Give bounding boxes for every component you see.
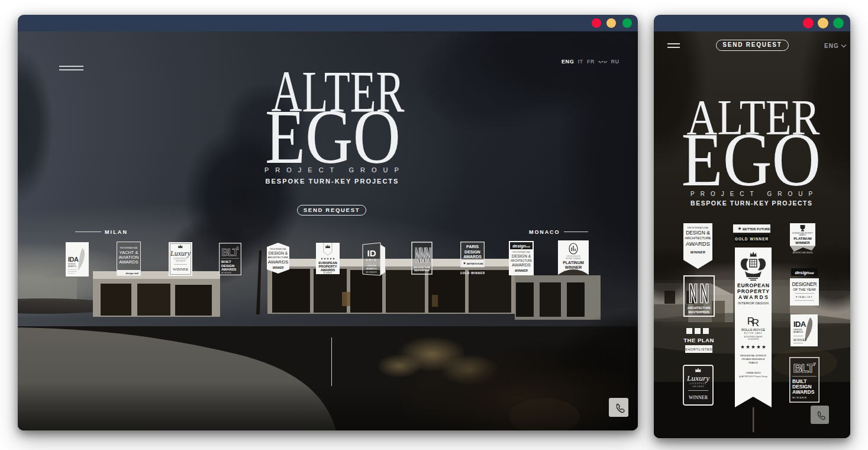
svg-text:BUILT: BUILT xyxy=(221,260,231,263)
svg-text:WINNER: WINNER xyxy=(793,339,807,342)
svg-text:THE INTERNATIONAL: THE INTERNATIONAL xyxy=(120,247,138,249)
svg-text:OISEAU BLEU: OISEAU BLEU xyxy=(746,372,761,374)
svg-text:MASTERPRIZE: MASTERPRIZE xyxy=(414,269,430,272)
svg-text:ROLLS-ROYCE: ROLLS-ROYCE xyxy=(741,328,765,332)
svg-text:ARCHITECTURE: ARCHITECTURE xyxy=(511,259,532,262)
svg-text:AWARDS: AWARDS xyxy=(686,240,710,247)
svg-text:SHORTLISTED: SHORTLISTED xyxy=(685,348,712,351)
svg-text:AWARDS: AWARDS xyxy=(68,265,76,268)
svg-text:PLATINUM: PLATINUM xyxy=(793,237,812,240)
svg-text:SBID: SBID xyxy=(366,258,377,262)
svg-text:FRANCE: FRANCE xyxy=(748,362,758,364)
svg-text:AWARDS: AWARDS xyxy=(512,262,531,268)
svg-text:EUROPEAN: EUROPEAN xyxy=(737,282,769,288)
svg-text:DESIGN: DESIGN xyxy=(464,250,480,254)
svg-text:BETTER FUTURE: BETTER FUTURE xyxy=(467,263,483,265)
svg-text:Luxury: Luxury xyxy=(170,249,191,258)
svg-text:PROPERTY AWARDS: PROPERTY AWARDS xyxy=(566,258,581,260)
svg-text:AWARDS: AWARDS xyxy=(175,260,185,262)
svg-text:INTERIOR DESIGN: INTERIOR DESIGN xyxy=(738,301,769,305)
svg-text:ARCHITECTURE: ARCHITECTURE xyxy=(685,236,711,240)
svg-text:EGO: EGO xyxy=(682,117,821,202)
svg-text:GOLD WINNER: GOLD WINNER xyxy=(460,271,485,275)
svg-text:THE INTERNATIONAL: THE INTERNATIONAL xyxy=(512,251,531,253)
svg-text:WINNER: WINNER xyxy=(795,241,810,245)
svg-text:ID: ID xyxy=(367,248,376,258)
svg-text:WINNER: WINNER xyxy=(690,250,706,254)
svg-text:BLT: BLT xyxy=(793,361,815,375)
svg-text:design etal: design etal xyxy=(125,272,139,275)
svg-text:AWARDS: AWARDS xyxy=(792,389,815,395)
svg-text:WINNER: WINNER xyxy=(173,267,189,271)
svg-text:ARCHITECTURE DESIGN: ARCHITECTURE DESIGN xyxy=(793,252,812,254)
svg-text:DESIGN &: DESIGN & xyxy=(512,254,531,258)
svg-text:IDA: IDA xyxy=(68,256,79,263)
svg-text:designetal: designetal xyxy=(512,244,530,249)
svg-text:THE INTERNATIONAL: THE INTERNATIONAL xyxy=(270,248,287,250)
svg-text:MOTOR CARS: MOTOR CARS xyxy=(744,332,762,335)
svg-text:ARCHITECTURE: ARCHITECTURE xyxy=(688,306,711,310)
svg-text:DESIGNER: DESIGNER xyxy=(792,281,817,287)
svg-text:WINNER: WINNER xyxy=(366,271,377,274)
svg-text:AWARDS: AWARDS xyxy=(366,267,377,270)
svg-text:PRIVATE RESIDENCE: PRIVATE RESIDENCE xyxy=(742,358,765,361)
svg-text:AWARDS: AWARDS xyxy=(221,268,237,271)
svg-text:DESIGN: DESIGN xyxy=(793,329,802,331)
svg-text:AWARDS: AWARDS xyxy=(463,255,482,259)
svg-text:WINNER: WINNER xyxy=(324,272,333,274)
svg-text:Luxury: Luxury xyxy=(686,374,709,382)
svg-text:DESIGN &: DESIGN & xyxy=(269,251,288,255)
svg-text:R: R xyxy=(752,317,759,329)
svg-text:PARIS: PARIS xyxy=(466,245,479,249)
svg-text:WINNER: WINNER xyxy=(221,272,232,274)
svg-text:FINALIST: FINALIST xyxy=(796,295,813,298)
svg-text:WINNER: WINNER xyxy=(273,266,284,269)
svg-text:OF THE YEAR: OF THE YEAR xyxy=(793,288,815,291)
svg-text:WINNER: WINNER xyxy=(565,265,582,269)
svg-text:UNITED KINGDOM: UNITED KINGDOM xyxy=(567,255,580,258)
svg-text:DESIGN: DESIGN xyxy=(221,264,234,268)
svg-text:by ALTER EGO Project Group: by ALTER EGO Project Group xyxy=(739,375,767,378)
svg-text:LIFESTYLE: LIFESTYLE xyxy=(690,382,707,385)
svg-text:WINNER: WINNER xyxy=(515,269,528,272)
svg-text:THE PLAN: THE PLAN xyxy=(683,337,714,343)
svg-text:PLATINUM: PLATINUM xyxy=(563,261,584,265)
svg-text:THE INTERNATIONAL: THE INTERNATIONAL xyxy=(687,227,709,229)
svg-text:PROPERTY: PROPERTY xyxy=(737,288,769,294)
svg-text:GOLD WINNER: GOLD WINNER xyxy=(735,237,769,241)
svg-text:AWARDS: AWARDS xyxy=(793,331,804,333)
svg-text:RESIDENTIAL INTERIOR: RESIDENTIAL INTERIOR xyxy=(740,355,766,357)
svg-text:AWARDS: AWARDS xyxy=(268,259,289,265)
svg-text:24: 24 xyxy=(814,362,817,365)
svg-text:ARCHITECTURE: ARCHITECTURE xyxy=(414,266,431,269)
svg-text:AWARDS: AWARDS xyxy=(119,259,138,265)
svg-text:MASTERPRIZE: MASTERPRIZE xyxy=(689,310,711,314)
svg-text:ARCHITECTURE: ARCHITECTURE xyxy=(268,256,288,259)
svg-text:AWARDS: AWARDS xyxy=(799,234,806,236)
svg-text:DESIGN &: DESIGN & xyxy=(686,230,710,236)
svg-text:VILLA D'ESTE: VILLA D'ESTE xyxy=(748,338,759,340)
svg-text:IDA: IDA xyxy=(793,320,806,329)
svg-text:WINNER: WINNER xyxy=(689,395,708,400)
svg-text:AWARDS: AWARDS xyxy=(692,385,704,388)
svg-text:24: 24 xyxy=(236,246,238,249)
svg-text:WINNER: WINNER xyxy=(792,396,807,399)
svg-text:BETTER FUTURE: BETTER FUTURE xyxy=(743,227,770,231)
